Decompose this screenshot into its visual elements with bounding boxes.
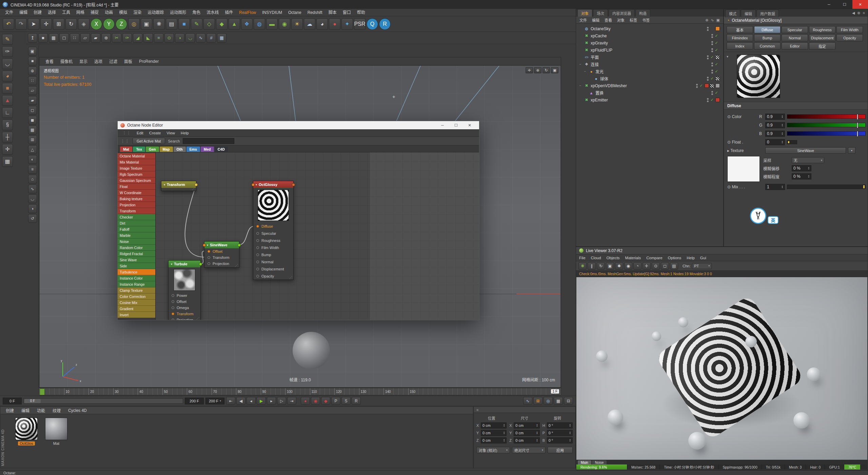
live-selection-icon[interactable]: ➤ [28, 18, 39, 30]
arc-tool-icon[interactable]: ◡ [2, 58, 13, 69]
enabled-check-icon[interactable]: ✓ [714, 91, 718, 95]
coords-field[interactable]: 0 cm▲▼ [481, 437, 507, 443]
object-tree-row[interactable]: − ✖ xpOpenVDBMesher ✓ [576, 82, 723, 89]
node-type-item[interactable]: Cosine Mix [118, 300, 155, 306]
mirror-icon[interactable]: ◑ [28, 204, 37, 213]
enabled-check-icon[interactable]: ✓ [710, 98, 714, 102]
mix-value-field[interactable]: 1▲▼ [765, 184, 785, 190]
object-tag-icon[interactable] [715, 55, 720, 59]
resize-handle[interactable]: ⋰ [192, 187, 195, 190]
visibility-dots[interactable] [707, 55, 709, 59]
channel-value-field[interactable]: 0.9▲▼ [765, 122, 785, 128]
material-menu-item[interactable]: Cycles 4D [68, 408, 87, 413]
object-tag-icon[interactable] [710, 83, 714, 88]
object-menu-item[interactable]: 对象 [617, 17, 625, 23]
null-object-marker[interactable]: ✛ [392, 95, 395, 99]
object-tree-row[interactable]: − ● 发光 ✓ [576, 68, 723, 75]
spline-pen-icon[interactable]: ✎ [191, 18, 202, 30]
sculpt-tool-icon[interactable]: ✑ [2, 46, 13, 57]
magnet-tool-icon[interactable]: ◡ [185, 33, 195, 43]
object-tag-icon[interactable] [715, 76, 720, 81]
channel-tab-button[interactable]: Specular [782, 26, 808, 33]
float-mini-slider[interactable] [787, 140, 797, 144]
channel-tab-button[interactable]: Normal [782, 34, 808, 41]
viewport-menu-item[interactable]: 过滤 [106, 58, 121, 64]
close-button[interactable]: ✕ [852, 0, 868, 9]
resize-handle[interactable]: ⋰ [196, 317, 199, 320]
node-type-item[interactable]: Projection [118, 202, 155, 208]
workplane-snap-icon[interactable]: ▦ [217, 33, 226, 43]
visibility-dots[interactable] [696, 84, 698, 88]
solo-icon[interactable]: ◎ [544, 397, 553, 405]
menu-item[interactable]: 编辑 [16, 9, 31, 16]
attribute-tab[interactable]: 用户数据 [756, 10, 779, 17]
menu-item[interactable]: INSYDIUM [259, 9, 285, 16]
material-ball-icon[interactable]: ◕ [316, 18, 328, 30]
octane-q-icon[interactable]: Q [367, 18, 378, 30]
octglossy-node[interactable]: ▾OctGlossy DiffuseSpecularRoughnessFilm … [253, 181, 294, 280]
menu-item[interactable]: 创建 [31, 9, 45, 16]
play-button[interactable]: ▶ [257, 397, 266, 405]
texture-swatch[interactable] [727, 156, 760, 182]
texture-button[interactable]: SineWave [765, 147, 846, 154]
lock-workplane-icon[interactable]: ◼ [28, 116, 37, 125]
node-parameter-row[interactable]: Transform [204, 254, 239, 261]
live-viewer-menu-item[interactable]: Gui [700, 256, 706, 260]
live-viewer-menu-item[interactable]: Materials [625, 256, 641, 260]
wood-cube-icon[interactable]: ■ [2, 83, 13, 94]
attribute-tab[interactable]: 模式 [725, 10, 740, 17]
menu-item[interactable]: 帮助 [354, 9, 368, 16]
node-type-item[interactable]: Instance Color [118, 275, 155, 281]
enable-axis-icon[interactable]: ⊕ [101, 33, 111, 43]
object-tag-icon[interactable] [705, 83, 709, 88]
render-queue-icon[interactable]: ▤ [166, 18, 177, 30]
node-type-item[interactable]: Image Texture [118, 165, 155, 171]
node-type-item[interactable]: Float [118, 184, 155, 190]
extrude-tool-icon[interactable]: ◢ [133, 33, 142, 43]
node-type-item[interactable]: Gradient [118, 306, 155, 312]
last-tool-icon[interactable]: ◈ [78, 18, 90, 30]
turbulence-node[interactable]: ▾Turbule PowerOffsetOmegaTransformProjec… [168, 260, 201, 320]
node-category-tab[interactable]: Ems [186, 147, 200, 152]
node-category-tab[interactable]: Mat [120, 147, 132, 152]
zoom-view-icon[interactable]: ⊕ [534, 67, 541, 73]
viewport-menu-item[interactable]: ProRender [136, 59, 162, 64]
texture-mode-icon[interactable]: ▦ [49, 33, 58, 43]
node-parameter-row[interactable]: Displacement [253, 265, 293, 272]
deformer-icon[interactable]: ▲ [229, 18, 240, 30]
channel-tab-button[interactable]: Editor [782, 42, 808, 50]
node-category-tab[interactable]: Map [160, 147, 173, 152]
node-parameter-row[interactable]: Power [169, 292, 200, 299]
node-type-item[interactable]: Random Color [118, 245, 155, 251]
output-port[interactable] [238, 244, 241, 247]
object-menu-item[interactable]: 文件 [579, 17, 587, 23]
coordinate-system-icon[interactable]: ◎ [128, 18, 140, 30]
rotate-view-icon[interactable]: ↻ [542, 67, 550, 73]
coords-field[interactable]: 0 °▲▼ [547, 430, 573, 436]
resize-handle[interactable]: ⋰ [289, 276, 292, 279]
node-type-item[interactable]: Rgb Spectrum [118, 171, 155, 177]
float-value-field[interactable]: 0▲▼ [765, 139, 785, 145]
rotate-icon[interactable]: ↻ [65, 18, 77, 30]
menu-icon[interactable]: ≡ [863, 11, 865, 15]
channel-slider[interactable] [787, 131, 866, 136]
autokey-button[interactable]: ◉ [311, 397, 320, 405]
coords-field[interactable]: 0 cm▲▼ [514, 422, 539, 429]
object-axis-icon[interactable]: ⊕ [28, 66, 37, 75]
workplane-mode-icon[interactable]: ◻ [59, 33, 69, 43]
node-type-item[interactable]: Mix Material [118, 159, 155, 165]
points-mode-icon[interactable]: ∷ [70, 33, 79, 43]
make-editable-icon[interactable]: ↥ [28, 33, 37, 43]
loop-cut-icon[interactable]: ≡ [154, 33, 163, 43]
mograph-icon[interactable]: ❖ [241, 18, 253, 30]
home-layout-icon[interactable]: ⌂ [28, 175, 37, 184]
sampling-select[interactable]: 无▾ [792, 157, 824, 163]
pen-tool-icon[interactable]: ✎ [2, 34, 13, 45]
viewport-menu-item[interactable]: 摄像机 [57, 58, 76, 64]
playhead[interactable] [40, 388, 45, 395]
object-picker-icon[interactable]: ⊙ [652, 262, 660, 270]
node-parameter-row[interactable]: Opacity [253, 272, 293, 280]
node-type-item[interactable]: Color Correction [118, 293, 155, 300]
camera-icon[interactable]: ◉ [279, 18, 290, 30]
node-type-item[interactable]: Octane Material [118, 153, 155, 159]
